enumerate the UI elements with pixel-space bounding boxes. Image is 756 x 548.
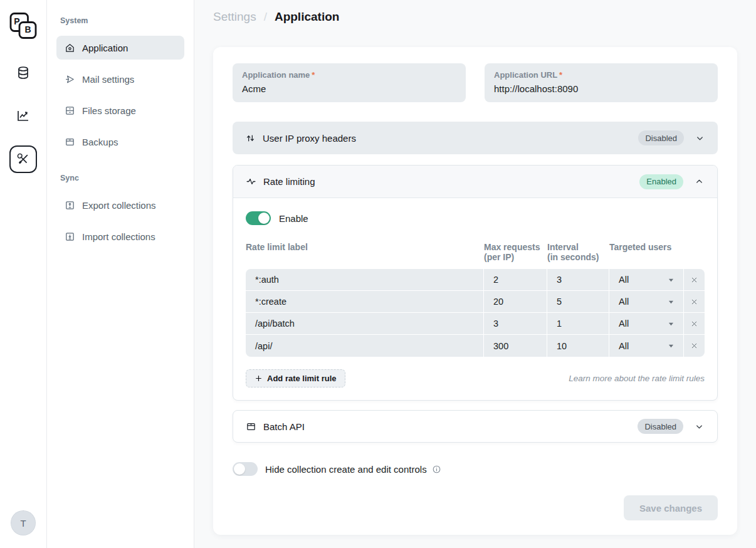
caret-down-icon (668, 321, 674, 327)
max-requests-input[interactable]: 300 (484, 335, 547, 357)
rule-label-input[interactable]: *:create (246, 291, 484, 313)
targeted-users-select[interactable]: All (609, 313, 684, 335)
targeted-users-select[interactable]: All (609, 335, 684, 357)
pocketbase-logo[interactable]: P B (9, 13, 37, 39)
targeted-users-select[interactable]: All (609, 291, 684, 313)
settings-sidebar: System Application Mail settings (47, 0, 194, 548)
sidebar-item-backups[interactable]: Backups (56, 130, 184, 154)
remove-rule-button[interactable] (684, 269, 705, 291)
hide-controls-label: Hide collection create and edit controls (265, 464, 427, 475)
chevron-down-icon (695, 422, 704, 431)
interval-input[interactable]: 1 (547, 313, 609, 335)
required-asterisk: * (559, 70, 562, 80)
sidebar-item-label: Backups (82, 137, 118, 147)
accordion-title: User IP proxy headers (263, 133, 356, 144)
drawer-icon (65, 105, 75, 116)
add-rate-limit-rule-button[interactable]: Add rate limit rule (246, 369, 345, 387)
page-title: Application (275, 9, 339, 24)
caret-down-icon (668, 343, 674, 349)
remove-rule-button[interactable] (684, 291, 705, 313)
rate-panel-footer: Add rate limit rule Learn more about the… (246, 369, 705, 387)
sidebar-item-files-storage[interactable]: Files storage (56, 98, 184, 122)
rate-limit-row: *:create 20 5 All (246, 291, 705, 313)
chevron-down-icon (695, 134, 705, 143)
rule-label-input[interactable]: *:auth (246, 269, 484, 291)
status-badge: Disabled (638, 419, 683, 434)
remove-rule-button[interactable] (684, 335, 705, 357)
collections-icon[interactable] (16, 65, 31, 83)
svg-text:B: B (25, 24, 31, 34)
plus-icon (255, 374, 263, 382)
icon-rail: P B (0, 0, 47, 548)
application-name-field[interactable]: Application name * Acme (233, 63, 466, 102)
sidebar-item-label: Export collections (82, 200, 156, 211)
logs-icon[interactable] (16, 108, 31, 126)
sidebar-section-system: System (60, 16, 184, 26)
max-requests-input[interactable]: 20 (484, 291, 547, 313)
enable-label: Enable (279, 213, 308, 224)
avatar-initial: T (20, 518, 26, 529)
rule-label-input[interactable]: /api/batch (246, 313, 484, 335)
send-plane-icon (65, 74, 75, 85)
max-requests-input[interactable]: 3 (484, 313, 547, 335)
max-requests-input[interactable]: 2 (484, 269, 547, 291)
pulse-icon (246, 176, 256, 187)
accordion-title: Batch API (263, 421, 305, 432)
swap-arrows-icon (245, 133, 256, 144)
application-url-value[interactable]: http://localhost:8090 (494, 83, 708, 95)
rate-limit-row: /api/ 300 10 All (246, 335, 705, 357)
hide-controls-row: Hide collection create and edit controls (233, 461, 718, 477)
user-avatar[interactable]: T (11, 510, 36, 535)
accordion-batch-api[interactable]: Batch API Disabled (233, 410, 718, 443)
field-label: Application URL * (494, 70, 708, 80)
field-label: Application name * (242, 70, 456, 80)
sidebar-item-export-collections[interactable]: Export collections (56, 193, 184, 217)
interval-input[interactable]: 3 (547, 269, 609, 291)
breadcrumb-separator: / (264, 9, 267, 24)
application-url-field[interactable]: Application URL * http://localhost:8090 (485, 63, 718, 102)
settings-card: Application name * Acme Application URL … (213, 47, 737, 535)
enable-row: Enable (246, 211, 705, 226)
remove-rule-button[interactable] (684, 313, 705, 335)
col-max-requests: Max requests (per IP) (484, 242, 547, 262)
sidebar-item-label: Application (82, 43, 128, 53)
rate-limiting-header[interactable]: Rate limiting Enabled (233, 166, 717, 198)
rate-limit-row: /api/batch 3 1 All (246, 313, 705, 335)
accordion-title: Rate limiting (263, 176, 315, 187)
sidebar-item-application[interactable]: Application (56, 36, 184, 60)
info-icon[interactable] (432, 465, 441, 474)
enable-toggle[interactable] (246, 211, 271, 225)
col-interval: Interval (in seconds) (547, 242, 609, 262)
save-changes-button[interactable]: Save changes (624, 495, 718, 520)
caret-down-icon (668, 277, 674, 283)
archive-icon (65, 137, 75, 147)
rate-table-header: Rate limit label Max requests (per IP) I… (246, 242, 705, 262)
import-icon (65, 231, 75, 242)
sidebar-item-import-collections[interactable]: Import collections (56, 224, 184, 248)
sidebar-item-mail-settings[interactable]: Mail settings (56, 67, 184, 91)
interval-input[interactable]: 5 (547, 291, 609, 313)
status-badge: Disabled (638, 130, 684, 145)
settings-tools-icon[interactable] (9, 145, 37, 173)
rate-limit-table: *:auth 2 3 All *:create 20 5 All (246, 269, 705, 357)
col-targeted-users: Targeted users (609, 242, 684, 262)
caret-down-icon (668, 299, 674, 305)
hide-controls-toggle[interactable] (233, 462, 258, 476)
status-badge: Enabled (639, 174, 683, 189)
sidebar-item-label: Mail settings (82, 74, 134, 85)
application-name-value[interactable]: Acme (242, 83, 456, 95)
save-row: Save changes (233, 495, 718, 520)
breadcrumb-settings[interactable]: Settings (213, 9, 256, 24)
rule-label-input[interactable]: /api/ (246, 335, 484, 357)
targeted-users-select[interactable]: All (609, 269, 684, 291)
col-rate-limit-label: Rate limit label (246, 242, 484, 262)
learn-more-link[interactable]: Learn more about the rate limit rules (569, 374, 705, 383)
required-asterisk: * (312, 70, 315, 80)
main-content: Settings / Application Application name … (194, 0, 756, 548)
export-icon (65, 200, 75, 211)
accordion-user-ip-proxy-headers[interactable]: User IP proxy headers Disabled (233, 122, 718, 154)
interval-input[interactable]: 10 (547, 335, 609, 357)
app-window: P B (0, 0, 756, 548)
application-fields: Application name * Acme Application URL … (233, 63, 718, 102)
sidebar-section-sync: Sync (60, 173, 184, 183)
